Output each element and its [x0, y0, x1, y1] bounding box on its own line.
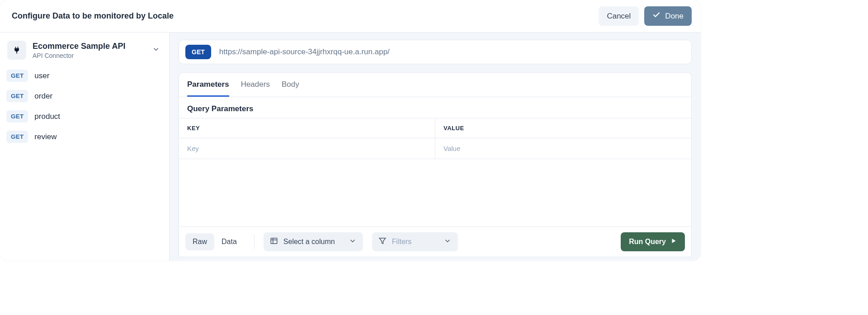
method-badge: GET — [6, 90, 28, 102]
check-icon — [652, 11, 660, 21]
connector-subtitle: API Connector — [33, 52, 125, 59]
view-toggle: Raw Data — [185, 233, 255, 250]
app-frame: Configure Data to be monitored by Locale… — [0, 0, 701, 261]
sidebar-item-product[interactable]: GET product — [6, 109, 163, 123]
body-row: Ecommerce Sample API API Connector GET u… — [0, 33, 701, 261]
endpoint-label: product — [34, 112, 60, 121]
sidebar-item-review[interactable]: GET review — [6, 130, 163, 144]
endpoint-list: GET user GET order GET product GET revie… — [6, 69, 163, 144]
method-badge: GET — [6, 70, 28, 82]
bottom-pad — [179, 257, 692, 261]
page-title: Configure Data to be monitored by Locale — [12, 11, 174, 21]
raw-toggle[interactable]: Raw — [185, 233, 214, 250]
results-toolbar: Raw Data Select a column — [179, 226, 692, 257]
request-method-badge[interactable]: GET — [185, 45, 211, 59]
chevron-down-icon — [443, 237, 452, 247]
run-query-label: Run Query — [629, 238, 666, 246]
endpoint-label: user — [34, 71, 49, 80]
params-value-header: VALUE — [435, 118, 691, 138]
sidebar-item-user[interactable]: GET user — [6, 69, 163, 83]
svg-marker-3 — [379, 238, 386, 244]
tab-parameters[interactable]: Parameters — [187, 73, 229, 97]
params-table: KEY VALUE — [179, 118, 691, 159]
method-badge: GET — [6, 131, 28, 143]
cancel-button[interactable]: Cancel — [599, 6, 639, 26]
param-value-input[interactable] — [435, 138, 691, 159]
chevron-down-icon — [349, 237, 357, 247]
select-column-dropdown[interactable]: Select a column — [264, 232, 363, 251]
filters-label: Filters — [392, 238, 412, 246]
endpoint-label: order — [34, 92, 52, 101]
method-badge: GET — [6, 110, 28, 122]
query-params-title: Query Parameters — [179, 97, 691, 118]
play-icon — [670, 238, 677, 246]
spacer — [179, 159, 692, 226]
param-key-input[interactable] — [179, 138, 435, 159]
request-url[interactable]: https://sample-api-source-34jjrhxrqq-ue.… — [219, 47, 685, 56]
done-label: Done — [665, 12, 684, 21]
header-bar: Configure Data to be monitored by Locale… — [0, 0, 701, 33]
endpoint-label: review — [34, 132, 57, 141]
done-button[interactable]: Done — [644, 6, 692, 26]
params-table-header: KEY VALUE — [179, 118, 691, 138]
svg-rect-0 — [271, 238, 277, 244]
column-icon — [270, 237, 278, 247]
filter-icon — [378, 237, 387, 247]
params-key-header: KEY — [179, 118, 435, 138]
plug-icon — [7, 41, 26, 60]
svg-marker-4 — [672, 239, 676, 243]
connector-info: Ecommerce Sample API API Connector — [33, 42, 125, 59]
connector-row[interactable]: Ecommerce Sample API API Connector — [6, 38, 163, 66]
sidebar: Ecommerce Sample API API Connector GET u… — [0, 33, 170, 261]
tab-body[interactable]: Body — [282, 73, 299, 97]
tab-row: Parameters Headers Body — [179, 73, 691, 97]
params-table-row — [179, 138, 691, 159]
filters-dropdown[interactable]: Filters — [372, 232, 458, 251]
run-query-button[interactable]: Run Query — [621, 232, 685, 251]
data-toggle[interactable]: Data — [214, 233, 244, 250]
connector-name: Ecommerce Sample API — [33, 42, 125, 51]
request-row: GET https://sample-api-source-34jjrhxrqq… — [179, 40, 692, 64]
tab-headers[interactable]: Headers — [241, 73, 270, 97]
tabs-card: Parameters Headers Body Query Parameters… — [179, 72, 692, 159]
select-column-label: Select a column — [283, 238, 335, 246]
sidebar-item-order[interactable]: GET order — [6, 89, 163, 103]
chevron-down-icon — [152, 45, 160, 55]
main-panel: GET https://sample-api-source-34jjrhxrqq… — [170, 33, 701, 261]
header-actions: Cancel Done — [599, 6, 692, 26]
